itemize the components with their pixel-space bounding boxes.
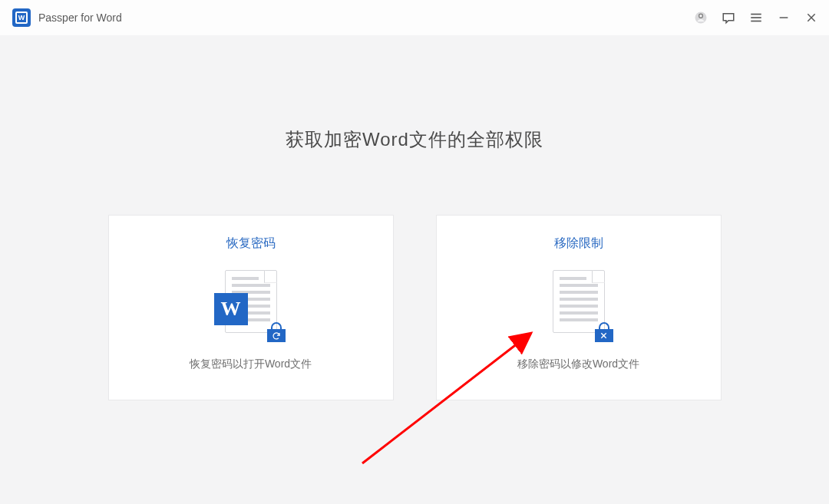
card-title: 恢复密码 bbox=[226, 236, 276, 252]
minimize-button[interactable] bbox=[777, 11, 791, 25]
recover-password-illustration: W bbox=[213, 270, 289, 341]
app-title: Passper for Word bbox=[38, 12, 122, 24]
account-icon[interactable] bbox=[694, 11, 708, 25]
titlebar: W Passper for Word bbox=[0, 0, 829, 35]
menu-icon[interactable] bbox=[749, 11, 763, 25]
word-badge-icon: W bbox=[214, 293, 248, 325]
feedback-icon[interactable] bbox=[722, 11, 735, 25]
remove-restriction-card[interactable]: 移除限制 移除密码以修改Word文件 bbox=[436, 215, 722, 400]
titlebar-right bbox=[694, 11, 818, 25]
card-title: 移除限制 bbox=[554, 236, 603, 252]
card-desc: 恢复密码以打开Word文件 bbox=[190, 357, 312, 371]
svg-point-1 bbox=[699, 14, 703, 18]
cards-row: 恢复密码 W 恢复密码以打 bbox=[0, 215, 829, 400]
close-button[interactable] bbox=[804, 11, 818, 25]
lock-refresh-icon bbox=[266, 322, 286, 342]
recover-password-card[interactable]: 恢复密码 W 恢复密码以打 bbox=[108, 215, 394, 400]
remove-restriction-illustration bbox=[540, 270, 617, 341]
page-title: 获取加密Word文件的全部权限 bbox=[0, 127, 829, 152]
titlebar-left: W Passper for Word bbox=[12, 8, 122, 27]
card-desc: 移除密码以修改Word文件 bbox=[517, 357, 639, 371]
main-content: 获取加密Word文件的全部权限 恢复密码 W bbox=[0, 35, 829, 400]
app-logo: W bbox=[12, 8, 31, 27]
app-logo-letter: W bbox=[15, 12, 28, 24]
lock-remove-icon bbox=[594, 322, 614, 342]
